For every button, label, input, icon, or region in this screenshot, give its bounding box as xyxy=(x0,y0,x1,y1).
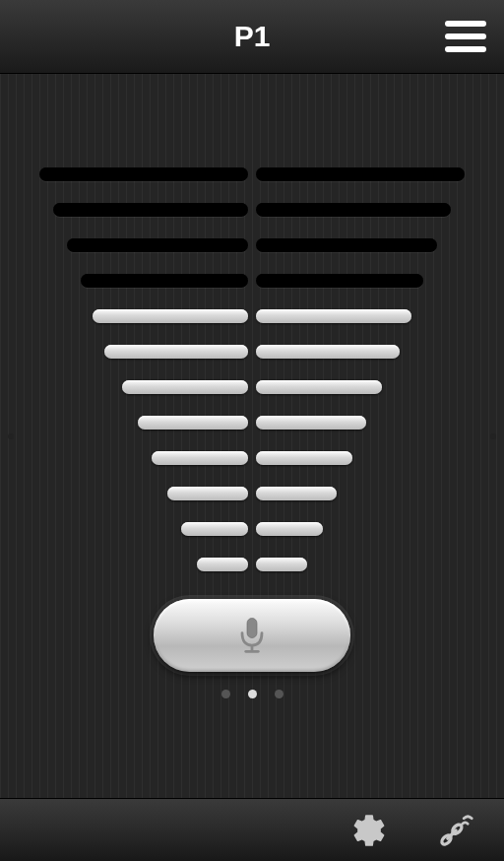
grille-row xyxy=(39,487,465,500)
page-title: P1 xyxy=(234,20,271,53)
main-panel xyxy=(0,74,504,798)
speaker-grille xyxy=(39,167,465,571)
grille-slot xyxy=(256,203,451,217)
grille-slot xyxy=(256,167,465,181)
grille-slot xyxy=(81,274,248,288)
grille-row xyxy=(39,416,465,430)
microphone-icon xyxy=(237,616,267,655)
push-to-talk-button[interactable] xyxy=(154,599,350,672)
grille-slot xyxy=(256,522,323,536)
link-signal-icon xyxy=(437,812,474,849)
svg-point-3 xyxy=(440,833,452,845)
grille-slot xyxy=(93,309,248,323)
menu-icon xyxy=(445,21,486,27)
grille-slot xyxy=(256,309,411,323)
grille-row xyxy=(39,167,465,181)
svg-rect-0 xyxy=(247,619,257,638)
grille-slot xyxy=(122,380,248,394)
grille-slot xyxy=(39,167,248,181)
grille-slot xyxy=(138,416,248,430)
page-indicator[interactable] xyxy=(221,690,284,698)
menu-button[interactable] xyxy=(445,21,486,52)
grille-slot xyxy=(256,487,337,500)
grille-row xyxy=(39,345,465,359)
footer-bar xyxy=(0,798,504,861)
grille-slot xyxy=(181,522,248,536)
grille-row xyxy=(39,558,465,571)
grille-slot xyxy=(67,238,248,252)
page-dot[interactable] xyxy=(275,690,284,698)
ptt-container xyxy=(154,599,350,672)
grille-slot xyxy=(256,380,382,394)
grille-slot xyxy=(256,274,423,288)
grille-row xyxy=(39,451,465,465)
grille-slot xyxy=(104,345,248,359)
grille-slot xyxy=(256,345,400,359)
page-dot[interactable] xyxy=(221,690,230,698)
grille-slot xyxy=(197,558,248,571)
connect-button[interactable] xyxy=(437,812,474,849)
header-bar: P1 xyxy=(0,0,504,74)
grille-slot xyxy=(256,238,437,252)
svg-point-4 xyxy=(451,823,463,834)
grille-row xyxy=(39,274,465,288)
grille-row xyxy=(39,238,465,252)
grille-slot xyxy=(256,558,307,571)
grille-slot xyxy=(256,451,352,465)
grille-slot xyxy=(167,487,248,500)
grille-slot xyxy=(152,451,248,465)
grille-row xyxy=(39,203,465,217)
grille-slot xyxy=(256,416,366,430)
settings-button[interactable] xyxy=(350,812,388,849)
grille-row xyxy=(39,380,465,394)
grille-row xyxy=(39,309,465,323)
grille-row xyxy=(39,522,465,536)
gear-icon xyxy=(350,812,388,849)
grille-slot xyxy=(53,203,248,217)
page-dot[interactable] xyxy=(248,690,257,698)
